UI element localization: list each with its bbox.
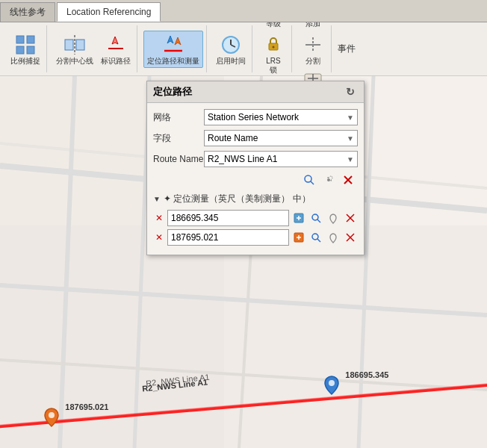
ribbon-btn-locate-route[interactable]: 定位路径和测量 [143,31,203,68]
ribbon-btn-lrs-lock[interactable]: LRS锁 [258,31,288,76]
ribbon-group-segment: 分割中心线 标识路径 [50,25,137,72]
scale-capture-label: 比例捕捉 [10,57,40,66]
svg-point-50 [327,178,330,181]
svg-rect-2 [16,46,24,54]
search-icon[interactable] [301,172,317,188]
field-value: Route Name [208,133,258,143]
pin2-icon [43,407,60,428]
pin1-label: 186695.345 [345,370,388,379]
ribbon-group-scale: 比例捕捉 [4,25,47,72]
ribbon-group-extra: 事件 [335,25,359,72]
field-select[interactable]: Route Name ▼ [204,130,358,146]
svg-rect-6 [76,40,84,50]
ribbon-group-edit: 添加 分割 属性集 [295,25,332,72]
measure-delete-2[interactable]: ✕ [153,231,165,243]
pin1-icon [323,375,340,396]
floating-panel: 定位路径 ↻ 网络 Station Series Network ▼ 字段 Ro… [146,81,365,255]
panel-header: 定位路径 ↻ [147,81,364,103]
tab-location-referencing-label: Location Referencing [66,7,151,17]
panel-body: 网络 Station Series Network ▼ 字段 Route Nam… [147,103,364,255]
pin1-container: 186695.345 [323,375,385,398]
field-arrow-icon: ▼ [347,134,354,143]
ribbon-group-locate: 定位路径和测量 [140,25,207,72]
measure-goto-1[interactable] [291,211,306,225]
map-area: R2_NWS Line A1 186695.345 187695.021 R2_… [0,76,487,448]
ribbon-btn-enable-time[interactable]: 启用时间 [213,31,249,67]
measure-pan-2[interactable] [326,230,341,245]
route-name-arrow-icon: ▼ [347,155,354,164]
pin2-label: 187695.021 [65,402,108,411]
measure-toggle[interactable]: ▼ [153,195,161,203]
split-icon [301,33,325,57]
measure-delete-1[interactable]: ✕ [153,212,165,224]
svg-point-47 [49,412,55,418]
svg-marker-11 [175,37,181,45]
split-label: 分割 [305,57,320,66]
tab-xingcan[interactable]: 线性参考 [0,2,55,22]
measure-input-1[interactable] [167,210,289,226]
lrs-lock-label: LRS锁 [266,57,280,75]
route-name-value: R2_NWS Line A1 [208,154,277,164]
network-row: 网络 Station Series Network ▼ [153,109,358,125]
svg-point-46 [329,380,335,386]
svg-rect-3 [27,46,34,54]
tab-xingcan-label: 线性参考 [10,6,46,19]
svg-line-64 [317,239,320,242]
tab-location-referencing[interactable]: Location Referencing [57,2,161,22]
measure-search-1[interactable] [308,211,323,225]
tab-bar: 线性参考 Location Referencing [0,0,487,22]
locate-route-icon [161,33,185,57]
network-arrow-icon: ▼ [347,113,354,122]
enable-time-icon [219,33,243,57]
ribbon-group-lrs: LRS等级 LRS锁 释放锁 [255,25,292,72]
mark-route-icon [104,33,128,57]
svg-rect-0 [16,36,24,43]
panel-title: 定位路径 [153,85,192,99]
extra-label: 事件 [338,43,356,55]
svg-marker-10 [167,36,173,43]
svg-point-48 [305,175,311,182]
ribbon-group-time: 启用时间 [210,25,252,72]
route-name-row: Route Name R2_NWS Line A1 ▼ [153,151,358,167]
measure-pan-1[interactable] [326,211,341,225]
clear-icon[interactable] [340,172,356,188]
panel-refresh-button[interactable]: ↻ [343,84,358,99]
measure-header: ▼ ✦ 定位测量（英尺（美制测量） 中） [153,193,358,205]
pin2-container: 187695.021 [43,407,105,430]
network-label: 网络 [153,111,204,124]
route-name-label: Route Name [153,154,204,164]
network-select[interactable]: Station Series Network ▼ [204,109,358,125]
network-value: Station Series Network [208,112,299,122]
pan-icon[interactable] [320,172,337,188]
route-name-select[interactable]: R2_NWS Line A1 ▼ [204,151,358,167]
locate-route-label: 定位路径和测量 [147,57,199,66]
enable-time-label: 启用时间 [216,57,246,66]
field-row: 字段 Route Name ▼ [153,130,358,146]
svg-line-49 [311,181,314,184]
measure-search-2[interactable] [308,230,323,245]
mark-route-label: 标识路径 [101,57,131,66]
svg-point-63 [312,234,318,240]
svg-point-56 [312,214,318,220]
split-center-label: 分割中心线 [56,57,93,66]
lrs-lock-icon [261,33,285,57]
svg-rect-5 [65,40,73,50]
measure-section-label: ✦ 定位测量（英尺（美制测量） 中） [164,193,311,205]
measure-goto-2[interactable] [291,230,306,245]
ribbon: 比例捕捉 分割中心线 [0,22,487,76]
svg-rect-1 [27,36,34,43]
measure-input-2[interactable] [167,229,289,246]
measure-clear-2[interactable] [343,230,358,245]
action-icons-row [153,172,358,188]
measure-row-1: ✕ [153,210,358,226]
segment-row: 分割中心线 标识路径 [53,31,134,67]
measure-row-2: ✕ [153,229,358,246]
ribbon-btn-mark-route[interactable]: 标识路径 [98,31,134,67]
ribbon-btn-scale-capture[interactable]: 比例捕捉 [7,31,43,67]
ribbon-btn-split-center[interactable]: 分割中心线 [53,31,96,67]
measure-clear-1[interactable] [343,211,358,225]
ribbon-btn-split[interactable]: 分割 [298,31,328,67]
svg-marker-8 [112,37,118,44]
svg-line-57 [317,220,320,223]
scale-capture-icon [13,33,37,57]
